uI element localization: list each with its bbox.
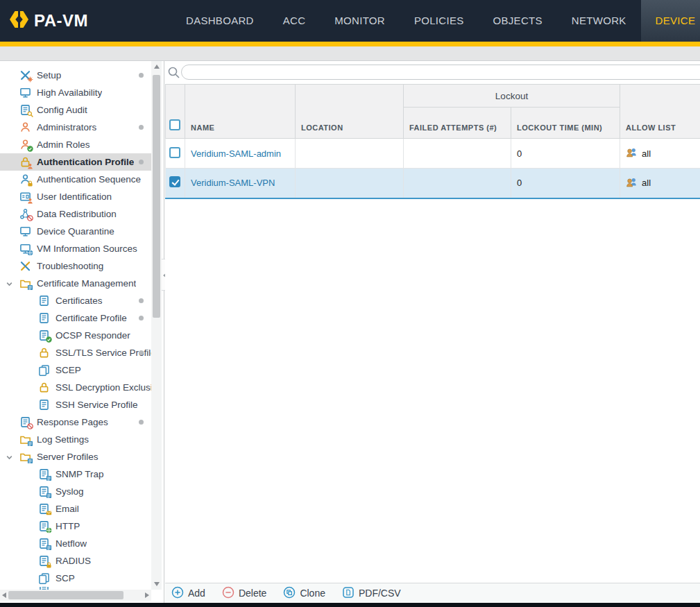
secondary-toolbar-strip bbox=[0, 46, 700, 61]
sidebar: SetupHigh AvailabilityConfig AuditAdmini… bbox=[0, 61, 164, 603]
delete-icon bbox=[222, 586, 234, 601]
sidebar-item-ssl-tls-service-profile[interactable]: SSL/TLS Service Profile bbox=[0, 344, 151, 361]
scroll-up-arrow-icon[interactable] bbox=[154, 65, 160, 69]
sidebar-item-setup[interactable]: Setup bbox=[0, 67, 151, 84]
sidebar-item-label: Authentication Profile bbox=[37, 157, 134, 167]
sidebar-item-label: OCSP Responder bbox=[56, 330, 130, 341]
sidebar-item-server-profiles[interactable]: Server Profiles bbox=[0, 448, 151, 465]
sidebar-item-label: Email bbox=[56, 504, 79, 514]
sidebar-item-authentication-profile[interactable]: Authentication Profile bbox=[0, 153, 151, 171]
sidebar-tree: SetupHigh AvailabilityConfig AuditAdmini… bbox=[0, 61, 151, 590]
sidebar-item-label: Administrators bbox=[37, 122, 96, 132]
column-header-allow-list[interactable]: ALLOW LIST bbox=[620, 85, 700, 139]
sidebar-item-radius[interactable]: RADIUS bbox=[0, 552, 151, 570]
top-nav: PA-VM DASHBOARDACCMONITORPOLICIESOBJECTS… bbox=[0, 0, 700, 42]
sidebar-item-label: Log Settings bbox=[37, 434, 89, 445]
nav-tab-policies[interactable]: POLICIES bbox=[400, 0, 479, 42]
sidebar-item-label: SSL/TLS Service Profile bbox=[56, 348, 151, 358]
scroll-left-arrow-icon[interactable] bbox=[2, 592, 6, 598]
sidebar-item-label: Troubleshooting bbox=[37, 261, 103, 271]
sidebar-item-label: SSH Service Profile bbox=[56, 400, 138, 410]
sidebar-item-response-pages[interactable]: Response Pages bbox=[0, 413, 151, 431]
profile-name-link[interactable]: Veridium-SAML-admin bbox=[191, 148, 281, 159]
config-audit-icon bbox=[19, 104, 31, 116]
sidebar-item-email[interactable]: Email bbox=[0, 500, 151, 518]
sidebar-item-log-settings[interactable]: Log Settings bbox=[0, 431, 151, 448]
nav-tab-dashboard[interactable]: DASHBOARD bbox=[171, 0, 268, 42]
sidebar-item-http[interactable]: HTTP bbox=[0, 518, 151, 535]
sidebar-item-certificate-management[interactable]: Certificate Management bbox=[0, 275, 151, 292]
sidebar-item-label: Authentication Sequence bbox=[37, 174, 141, 185]
sidebar-item-label: Certificate Management bbox=[37, 278, 136, 289]
row-checkbox[interactable] bbox=[169, 147, 180, 158]
nav-tab-device[interactable]: DEVICE bbox=[641, 0, 700, 42]
cell-name: Veridium-SAML-admin bbox=[185, 139, 296, 169]
sidebar-item-high-availability[interactable]: High Availability bbox=[0, 84, 151, 101]
horizontal-scroll-thumb[interactable] bbox=[8, 591, 123, 599]
nav-tab-objects[interactable]: OBJECTS bbox=[479, 0, 557, 42]
brand: PA-VM bbox=[10, 0, 88, 42]
sidebar-item-certificate-profile[interactable]: Certificate Profile bbox=[0, 309, 151, 327]
sidebar-item-snmp-trap[interactable]: SNMP Trap bbox=[0, 465, 151, 483]
scroll-right-arrow-icon[interactable] bbox=[145, 592, 149, 598]
search-icon bbox=[167, 66, 180, 82]
chevron-down-icon[interactable] bbox=[6, 453, 13, 463]
column-header-lockout-time[interactable]: LOCKOUT TIME (MIN) bbox=[511, 108, 620, 139]
cell-allow-list: all bbox=[620, 139, 700, 169]
sidebar-item-vm-information-sources[interactable]: VM Information Sources bbox=[0, 240, 151, 257]
add-button[interactable]: Add bbox=[171, 586, 205, 601]
search-input[interactable] bbox=[181, 65, 700, 80]
sidebar-item-admin-roles[interactable]: Admin Roles bbox=[0, 136, 151, 153]
profile-name-link[interactable]: Veridium-SAML-VPN bbox=[191, 178, 275, 188]
users-icon bbox=[626, 177, 638, 189]
sidebar-item-troubleshooting[interactable]: Troubleshooting bbox=[0, 257, 151, 275]
sidebar-item-syslog[interactable]: Syslog bbox=[0, 483, 151, 500]
sidebar-item-ocsp-responder[interactable]: OCSP Responder bbox=[0, 327, 151, 344]
vertical-scroll-thumb[interactable] bbox=[153, 75, 160, 318]
column-header-name[interactable]: NAME bbox=[185, 85, 296, 139]
nav-tab-acc[interactable]: ACC bbox=[268, 0, 321, 42]
chevron-down-icon[interactable] bbox=[6, 280, 13, 290]
row-checkbox-cell bbox=[166, 169, 185, 198]
column-header-location[interactable]: LOCATION bbox=[296, 85, 404, 139]
administrators-icon bbox=[19, 121, 31, 133]
pdf-csv-icon bbox=[342, 586, 355, 601]
sidebar-item-data-redistribution[interactable]: Data Redistribution bbox=[0, 205, 151, 223]
snmp-trap-icon bbox=[38, 468, 50, 480]
sidebar-horizontal-scrollbar[interactable] bbox=[0, 590, 151, 601]
select-all-checkbox[interactable] bbox=[169, 119, 180, 130]
sidebar-item-scp[interactable]: SCP bbox=[0, 570, 151, 587]
brand-name: PA-VM bbox=[34, 11, 88, 31]
sidebar-item-administrators[interactable]: Administrators bbox=[0, 119, 151, 136]
pdf-csv-button[interactable]: PDF/CSV bbox=[342, 586, 401, 601]
sidebar-item-authentication-sequence[interactable]: Authentication Sequence bbox=[0, 171, 151, 188]
sidebar-item-scep[interactable]: SCEP bbox=[0, 361, 151, 379]
cell-failed-attempts bbox=[404, 139, 511, 169]
bottom-action-bar: AddDeleteClonePDF/CSV bbox=[165, 583, 700, 603]
sidebar-vertical-scrollbar[interactable] bbox=[151, 61, 162, 590]
sidebar-item-ssh-service-profile[interactable]: SSH Service Profile bbox=[0, 396, 151, 413]
cell-lockout-time: 0 bbox=[511, 169, 620, 198]
sidebar-item-label: SNMP Trap bbox=[56, 469, 104, 479]
sidebar-item-label: RADIUS bbox=[56, 556, 91, 566]
search-bar bbox=[165, 61, 700, 84]
scroll-down-arrow-icon[interactable] bbox=[154, 582, 160, 586]
sidebar-item-certificates[interactable]: Certificates bbox=[0, 292, 151, 309]
column-group-lockout: Lockout bbox=[404, 85, 620, 108]
sidebar-item-netflow[interactable]: Netflow bbox=[0, 535, 151, 552]
delete-button[interactable]: Delete bbox=[222, 586, 266, 601]
nav-tab-monitor[interactable]: MONITOR bbox=[320, 0, 400, 42]
sidebar-item-user-identification[interactable]: User Identification bbox=[0, 188, 151, 205]
server-profiles-icon bbox=[19, 451, 31, 463]
column-header-failed-attempts[interactable]: FAILED ATTEMPTS (#) bbox=[404, 108, 511, 139]
sidebar-item-config-audit[interactable]: Config Audit bbox=[0, 101, 151, 119]
clone-button[interactable]: Clone bbox=[283, 586, 325, 601]
row-checkbox[interactable] bbox=[169, 176, 180, 187]
nav-menu: DASHBOARDACCMONITORPOLICIESOBJECTSNETWOR… bbox=[171, 0, 700, 42]
nav-tab-network[interactable]: NETWORK bbox=[557, 0, 641, 42]
sidebar-item-device-quarantine[interactable]: Device Quarantine bbox=[0, 223, 151, 240]
scp-icon bbox=[38, 572, 50, 584]
sidebar-item-label: Server Profiles bbox=[37, 452, 99, 462]
http-icon bbox=[38, 520, 50, 532]
sidebar-item-ssl-decryption-exclusion[interactable]: SSL Decryption Exclusion bbox=[0, 379, 151, 396]
